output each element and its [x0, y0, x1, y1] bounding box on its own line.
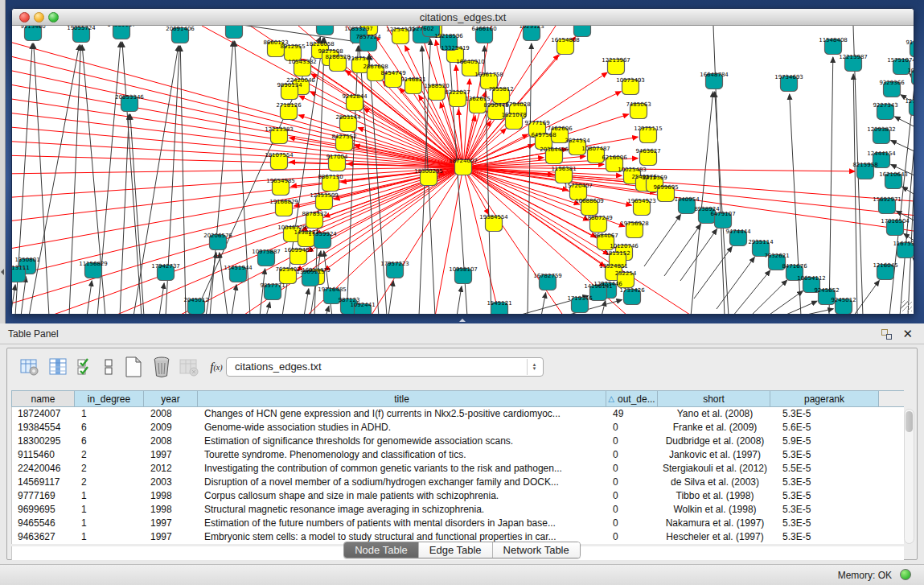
node-table-header[interactable]: namein_degreeyeartitle△out_de...shortpag…: [11, 390, 904, 407]
column-header-out_de[interactable]: △out_de...: [606, 391, 658, 406]
table-row[interactable]: 1938455462009Genome-wide association stu…: [12, 421, 904, 435]
column-header-pagerank[interactable]: pagerank: [770, 391, 879, 406]
table-cell: 0: [607, 517, 659, 530]
graph-edge[interactable]: [130, 114, 144, 314]
graph-edge[interactable]: [602, 301, 606, 314]
float-panel-icon[interactable]: [881, 329, 892, 340]
window-resize-grip[interactable]: [901, 300, 912, 311]
table-row[interactable]: 1456911722003Disruption of a novel membe…: [12, 476, 904, 489]
graph-edge[interactable]: [913, 257, 914, 270]
column-header-year[interactable]: year: [144, 391, 198, 406]
table-cell: 2003: [145, 476, 199, 489]
graph-node-label: 9242844: [342, 93, 368, 100]
table-row[interactable]: 1830029562008Estimation of significance …: [12, 435, 904, 448]
table-cell: 6: [76, 421, 145, 435]
network-view-window[interactable]: citations_edges.txt 1872400781: [11, 8, 914, 314]
function-builder-icon[interactable]: f(x): [205, 356, 228, 378]
graph-node-label: 8427552: [331, 134, 356, 140]
row-height-icon[interactable]: [98, 356, 121, 378]
memory-ok-indicator[interactable]: [900, 569, 911, 580]
graph-edge[interactable]: [324, 251, 332, 314]
graph-edge[interactable]: [463, 167, 564, 314]
table-row[interactable]: 977716911998Corpus callosum shape and si…: [12, 489, 904, 503]
delete-table-icon[interactable]: [150, 356, 173, 378]
graph-node-label: 13505115: [296, 269, 325, 275]
show-columns-icon[interactable]: [47, 356, 70, 378]
graph-edge[interactable]: [644, 215, 680, 266]
graph-edge[interactable]: [733, 270, 770, 314]
new-table-icon[interactable]: [122, 356, 145, 378]
graph-node-label: 9329366: [879, 80, 905, 86]
table-row[interactable]: 946554611997Estimation of the future num…: [12, 517, 904, 530]
graph-node-label: 9245652: [814, 287, 839, 294]
graph-edge[interactable]: [299, 96, 463, 167]
column-header-title[interactable]: title: [198, 391, 606, 406]
network-window-titlebar[interactable]: citations_edges.txt: [12, 9, 914, 26]
graph-edge[interactable]: [34, 43, 49, 314]
graph-edge[interactable]: [12, 97, 463, 167]
tab-node-table[interactable]: Node Table: [344, 542, 419, 558]
table-row[interactable]: 911546021997Tourette syndrome. Phenomeno…: [12, 448, 904, 462]
table-row[interactable]: 2242004622012Investigating the contribut…: [12, 462, 904, 476]
table-cell: 1: [76, 407, 145, 421]
table-scrollbar-thumb[interactable]: [906, 411, 913, 432]
graph-edge[interactable]: [87, 281, 92, 314]
graph-node-9465546[interactable]: [226, 26, 243, 39]
graph-edge[interactable]: [69, 45, 80, 314]
graph-edge[interactable]: [12, 167, 463, 250]
graph-edge[interactable]: [122, 42, 142, 314]
column-header-in_degree[interactable]: in_degree: [75, 391, 144, 406]
graph-edge[interactable]: [541, 293, 546, 314]
graph-edge[interactable]: [12, 167, 463, 307]
graph-edge[interactable]: [29, 45, 80, 314]
graph-edge[interactable]: [266, 303, 270, 314]
graph-edge[interactable]: [120, 114, 129, 314]
table-scrollbar[interactable]: [904, 409, 914, 544]
table-row[interactable]: 969969511998Structural magnetic resonanc…: [12, 503, 904, 517]
graph-edge[interactable]: [457, 286, 462, 314]
graph-edge[interactable]: [782, 301, 817, 314]
table-selector-combobox[interactable]: citations_edges.txt ▲▼: [226, 357, 544, 377]
graph-edge[interactable]: [220, 253, 228, 314]
graph-edge[interactable]: [12, 112, 463, 167]
graph-edge[interactable]: [304, 289, 309, 314]
graph-edge[interactable]: [829, 57, 833, 314]
table-cell: 5.3E-5: [771, 476, 880, 489]
graph-edge[interactable]: [694, 246, 732, 299]
graph-edge[interactable]: [750, 280, 787, 314]
node-table-body[interactable]: 1872400712008Changes of HCN gene express…: [11, 407, 904, 544]
graph-edge[interactable]: [326, 306, 329, 314]
graph-node-16033809[interactable]: [317, 26, 334, 35]
app-window: citations_edges.txt 1872400781: [0, 0, 924, 585]
table-cell: 5.6E-5: [771, 421, 880, 435]
graph-edge[interactable]: [12, 285, 15, 314]
graph-node-label: 7857224: [355, 34, 381, 40]
table-cell: 1: [76, 503, 145, 517]
graph-edge[interactable]: [232, 285, 236, 314]
table-settings-icon[interactable]: [18, 356, 41, 378]
column-header-short[interactable]: short: [658, 391, 770, 406]
graph-edge[interactable]: [908, 118, 914, 314]
graph-node-label: 18300295: [414, 168, 443, 175]
network-graph-canvas[interactable]: 1872400781303041572351122543098660123891…: [12, 26, 914, 314]
graph-edge[interactable]: [528, 43, 532, 314]
table-row[interactable]: 1872400712008Changes of HCN gene express…: [12, 407, 904, 421]
close-panel-icon[interactable]: ✕: [902, 327, 913, 341]
panel-collapse-arrow-icon[interactable]: [1, 269, 4, 275]
graph-edge[interactable]: [12, 141, 463, 167]
graph-edge[interactable]: [12, 39, 463, 167]
tab-network-table[interactable]: Network Table: [493, 542, 580, 558]
table-cell: Estimation of the future numbers of pati…: [199, 517, 607, 530]
graph-edge[interactable]: [902, 187, 914, 201]
graph-edge[interactable]: [242, 26, 358, 42]
graph-edge[interactable]: [159, 283, 164, 314]
graph-edge[interactable]: [180, 46, 186, 314]
graph-edge[interactable]: [388, 281, 393, 314]
select-columns-icon[interactable]: [75, 356, 97, 378]
graph-node-2887682[interactable]: [574, 26, 591, 37]
graph-edge[interactable]: [799, 309, 833, 314]
graph-edge[interactable]: [12, 167, 463, 174]
tab-edge-table[interactable]: Edge Table: [419, 542, 493, 558]
column-header-name[interactable]: name: [11, 391, 75, 406]
graph-edge[interactable]: [853, 74, 857, 314]
